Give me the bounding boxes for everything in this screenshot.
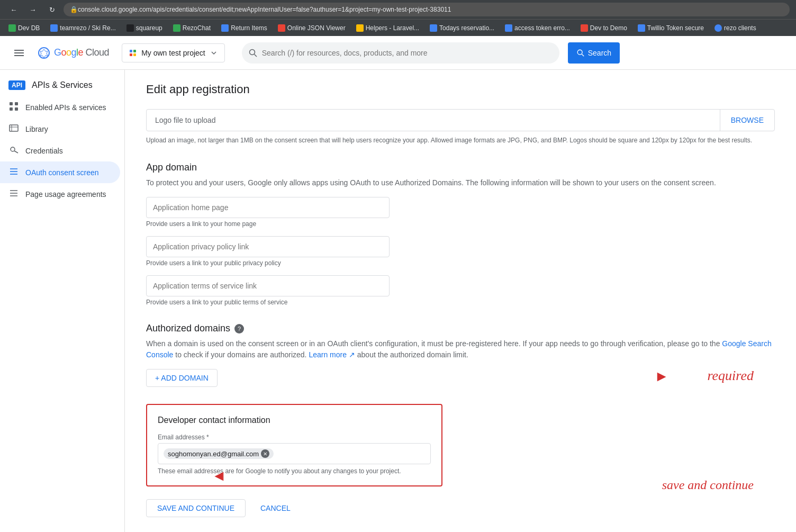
add-domain-button[interactable]: + ADD DOMAIN: [146, 369, 218, 387]
svg-rect-5: [133, 50, 136, 52]
terms-hint: Provide users a link to your public term…: [146, 299, 775, 306]
privacy-hint: Provide users a link to your public priv…: [146, 259, 775, 267]
svg-rect-1: [14, 52, 24, 53]
bookmark-rezo[interactable]: rezo clients: [710, 23, 761, 33]
terms-input-group: Provide users a link to your public term…: [146, 275, 775, 306]
forward-button[interactable]: →: [25, 2, 40, 17]
key-icon: [8, 145, 19, 156]
terms-input[interactable]: [146, 275, 390, 296]
authorized-domains-section: Authorized domains ? When a domain is us…: [146, 323, 775, 387]
email-label: Email addresses *: [158, 434, 431, 441]
project-icon: [129, 49, 137, 57]
sidebar-item-label: Credentials: [25, 147, 63, 155]
bookmark-todays[interactable]: Todays reservatio...: [426, 23, 499, 33]
reload-button[interactable]: ↻: [44, 2, 59, 17]
help-icon[interactable]: ?: [234, 324, 244, 333]
search-btn-label: Search: [588, 49, 611, 57]
svg-rect-12: [10, 102, 13, 105]
bookmark-access[interactable]: access token erro...: [501, 23, 574, 33]
bookmark-favicon: [581, 24, 588, 32]
sidebar-item-library[interactable]: Library: [0, 118, 120, 140]
back-button[interactable]: ←: [6, 2, 21, 17]
bookmark-label: Online JSON Viewer: [287, 24, 346, 32]
search-input[interactable]: [262, 49, 553, 57]
svg-rect-14: [10, 107, 13, 111]
address-bar[interactable]: 🔒 console.cloud.google.com/apis/credenti…: [64, 3, 790, 16]
menu-button[interactable]: [8, 42, 30, 64]
google-search-console-link[interactable]: Google Search Console: [146, 339, 772, 359]
main-content: Edit app registration Logo file to uploa…: [125, 70, 796, 532]
svg-rect-7: [133, 53, 136, 56]
search-button[interactable]: Search: [568, 42, 620, 64]
bookmark-squareup[interactable]: squareup: [122, 23, 167, 33]
bookmark-favicon: [356, 24, 364, 32]
cancel-button[interactable]: CANCEL: [250, 500, 301, 517]
bookmark-label: Return Items: [231, 24, 267, 32]
library-icon: [8, 123, 19, 134]
app-domain-desc: To protect you and your users, Google on…: [146, 177, 775, 188]
upload-hint: Upload an image, not larger than 1MB on …: [146, 136, 775, 145]
sidebar-item-page-usage[interactable]: Page usage agreements: [0, 183, 120, 205]
bookmark-return[interactable]: Return Items: [217, 23, 272, 33]
bookmark-favicon: [50, 24, 58, 32]
email-chip-remove[interactable]: ✕: [261, 449, 269, 458]
learn-more-link[interactable]: Learn more ↗: [309, 350, 355, 359]
bookmark-favicon: [126, 24, 134, 32]
page-icon: [8, 188, 19, 200]
logo-upload-label: Logo file to upload: [147, 110, 720, 131]
svg-rect-13: [15, 102, 18, 105]
bookmark-favicon: [278, 24, 285, 32]
oauth-icon: [8, 167, 19, 178]
sidebar-item-label: Page usage agreements: [25, 190, 106, 199]
bookmark-label: teamrezo / Ski Re...: [60, 24, 115, 32]
bookmark-favicon: [714, 24, 722, 32]
privacy-input-group: Provide users a link to your public priv…: [146, 236, 775, 267]
bookmark-label: squareup: [136, 24, 162, 32]
bookmark-favicon: [430, 24, 437, 32]
bookmark-favicon: [173, 24, 180, 32]
svg-line-9: [254, 54, 257, 57]
sidebar-item-label: Library: [25, 125, 48, 133]
bookmark-helpers[interactable]: Helpers - Laravel...: [352, 23, 423, 33]
svg-rect-15: [15, 107, 18, 111]
bookmark-label: access token erro...: [514, 24, 570, 32]
sidebar-api-title: APIs & Services: [32, 80, 93, 90]
google-cloud-logo[interactable]: Google Cloud: [38, 47, 109, 59]
sidebar-item-oauth[interactable]: OAuth consent screen: [0, 161, 120, 183]
google-cloud-icon: [38, 47, 50, 59]
bookmark-rezochat[interactable]: RezoChat: [169, 23, 215, 33]
authorized-domains-heading: Authorized domains: [146, 323, 230, 334]
email-chip-input[interactable]: soghomonyan.ed@gmail.com ✕: [158, 443, 431, 464]
browse-button[interactable]: BROWSE: [720, 110, 774, 131]
save-continue-button[interactable]: SAVE AND CONTINUE: [146, 499, 246, 517]
bookmark-json[interactable]: Online JSON Viewer: [274, 23, 350, 33]
bookmark-devdb[interactable]: Dev DB: [4, 23, 44, 33]
svg-point-8: [249, 49, 255, 55]
bookmark-label: Helpers - Laravel...: [366, 24, 419, 32]
bookmark-label: Twillio Token secure: [647, 24, 704, 32]
svg-rect-6: [130, 53, 132, 56]
bookmark-teamrezo[interactable]: teamrezo / Ski Re...: [46, 23, 120, 33]
project-selector[interactable]: My own test project: [122, 43, 225, 62]
app-domain-section: App domain To protect you and your users…: [146, 162, 775, 306]
svg-rect-16: [10, 125, 18, 131]
logo-upload-row: Logo file to upload BROWSE: [146, 109, 775, 131]
bookmark-twillio[interactable]: Twillio Token secure: [634, 23, 708, 33]
authorized-domains-header: Authorized domains ?: [146, 323, 775, 334]
privacy-input[interactable]: [146, 236, 390, 257]
url-text: console.cloud.google.com/apis/credential…: [78, 6, 451, 13]
bookmark-favicon: [505, 24, 512, 32]
sidebar-item-credentials[interactable]: Credentials: [0, 140, 120, 161]
svg-point-10: [577, 50, 582, 55]
svg-rect-2: [14, 55, 24, 56]
bookmark-devto[interactable]: Dev to Demo: [576, 23, 631, 33]
sidebar-item-enabled-apis[interactable]: Enabled APIs & services: [0, 96, 120, 118]
logo-text: Google Cloud: [54, 47, 109, 58]
app-domain-heading: App domain: [146, 162, 775, 173]
domains-desc: When a domain is used on the consent scr…: [146, 338, 775, 360]
sidebar-item-label: Enabled APIs & services: [25, 103, 106, 112]
homepage-input[interactable]: [146, 197, 390, 218]
bookmark-favicon: [8, 24, 16, 32]
email-chip: soghomonyan.ed@gmail.com ✕: [164, 448, 274, 459]
search-icon: [248, 48, 258, 58]
